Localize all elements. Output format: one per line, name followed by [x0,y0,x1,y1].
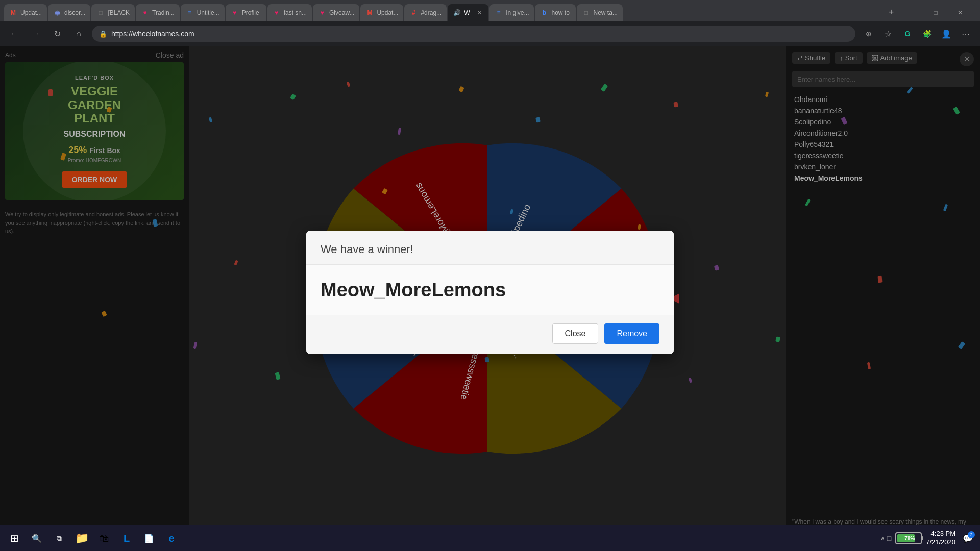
tab-label-untitled: Untitle... [197,9,219,16]
winner-name: Meow_MoreLemons [321,279,659,301]
tab-favicon-untitled: ≡ [186,9,194,16]
explorer-icon: 📁 [75,532,89,545]
tab-favicon-dragon: # [409,9,418,16]
grammarly-icon[interactable]: G [899,26,916,42]
tab-profile[interactable]: ♥ Profile [226,4,266,21]
tab-label-gmail2: Updat... [377,9,398,16]
profile-icon[interactable]: 👤 [938,26,954,42]
tab-label-gmail1: Updat... [20,9,42,16]
home-button[interactable]: ⌂ [70,26,87,42]
reload-button[interactable]: ↻ [49,26,65,42]
tab-favicon-giveaway: ♥ [318,9,326,16]
taskbar-edge[interactable]: e [161,528,182,548]
url-bar[interactable]: 🔒 https://wheelofnames.com [92,26,855,42]
tab-fastsnap[interactable]: ♥ fast sn... [267,4,312,21]
tab-untitled[interactable]: ≡ Untitle... [181,4,225,21]
tab-favicon-gmail2: M [365,9,374,16]
dialog-title: We have a winner! [321,243,659,256]
tab-favicon-discord: ◉ [53,9,61,16]
tab-favicon-howto: b [540,9,548,16]
tab-label-giveaway: Giveaw... [329,9,354,16]
tab-favicon-gmail1: M [9,9,17,16]
tab-favicon-black: □ [96,9,105,16]
dialog-footer: Close Remove [306,315,674,354]
address-bar: ← → ↻ ⌂ 🔒 https://wheelofnames.com ⊕ ☆ G… [0,21,980,46]
window-controls: — □ ✕ [899,4,976,21]
start-button[interactable]: ⊞ [4,528,24,548]
tab-favicon-fastsnap: ♥ [273,9,281,16]
up-arrow-icon[interactable]: ∧ [880,535,885,542]
notification-icon[interactable]: 💬 2 [960,530,976,546]
tab-favicon-ingive: ≡ [495,9,503,16]
tab-label-howto: how to [551,9,569,16]
tab-newta[interactable]: □ New ta... [577,4,622,21]
tab-giveaway[interactable]: ♥ Giveaw... [313,4,359,21]
tab-howto[interactable]: b how to [535,4,576,21]
taskbar-right: ∧ □ 78% 4:23 PM 7/21/2020 💬 2 [880,530,976,547]
taskbar-store[interactable]: 🛍 [94,528,114,548]
close-button[interactable]: ✕ [948,4,972,21]
tab-favicon-audio: 🔊 [453,9,461,16]
tab-favicon-trading: ♥ [141,9,149,16]
tab-favicon-profile: ♥ [231,9,239,16]
taskbar-stickynotes[interactable]: L [116,528,137,548]
screen-icon[interactable]: □ [887,534,891,542]
taskbar-taskview[interactable]: ⧉ [49,528,69,548]
extensions-icon[interactable]: 🧩 [919,26,935,42]
edge-icon: e [168,533,174,544]
tab-favicon-newta: □ [582,9,590,16]
taskbar-docs[interactable]: 📄 [139,528,159,548]
toolbar-icons: ⊕ ☆ G 🧩 👤 ⋯ [861,26,974,42]
new-tab-button[interactable]: + [884,5,898,19]
taskbar: ⊞ 🔍 ⧉ 📁 🛍 L 📄 e ∧ □ 78% 4:23 PM 7/21/202… [0,525,980,551]
add-tab-icon[interactable]: ⊕ [861,26,877,42]
forward-button[interactable]: → [28,26,44,42]
tab-label-dragon: #drag... [421,9,442,16]
time-block: 4:23 PM 7/21/2020 [926,530,955,547]
tab-label-black: [BLACK [108,9,130,16]
tab-label-discord: discor... [64,9,85,16]
taskbar-search[interactable]: 🔍 [27,528,47,548]
page-content: Ads Close ad LEAF'D BOX VEGGIE GARDEN PL… [0,46,980,551]
bookmark-icon[interactable]: ☆ [880,26,896,42]
minimize-button[interactable]: — [899,4,923,21]
tab-audio[interactable]: 🔊 W ✕ [448,4,488,21]
tab-bar: M Updat... ◉ discor... □ [BLACK ♥ Tradin… [0,0,980,21]
close-dialog-button[interactable]: Close [552,323,599,344]
security-icon: 🔒 [99,30,107,38]
tab-label-audio: W [464,9,470,16]
tab-label-fastsnap: fast sn... [284,9,307,16]
tab-label-newta: New ta... [593,9,617,16]
tab-discord[interactable]: ◉ discor... [48,4,90,21]
tab-close-active[interactable]: ✕ [475,9,483,17]
tab-gmail2[interactable]: M Updat... [360,4,403,21]
menu-icon[interactable]: ⋯ [958,26,974,42]
stickynotes-icon: L [124,533,130,544]
tab-label-trading: Tradin... [152,9,175,16]
taskbar-explorer[interactable]: 📁 [71,528,92,548]
dialog-winner-area: Meow_MoreLemons [306,265,674,315]
remove-button[interactable]: Remove [604,323,659,344]
back-button[interactable]: ← [6,26,22,42]
notification-badge: 2 [968,531,975,538]
start-icon: ⊞ [10,532,19,544]
browser-chrome: M Updat... ◉ discor... □ [BLACK ♥ Tradin… [0,0,980,46]
url-text: https://wheelofnames.com [111,30,848,38]
store-icon: 🛍 [99,533,109,544]
date-display: 7/21/2020 [926,538,955,547]
battery-indicator: 78% [895,532,922,544]
docs-icon: 📄 [144,534,154,543]
search-icon: 🔍 [32,534,42,543]
tab-black[interactable]: □ [BLACK [91,4,135,21]
tab-trading[interactable]: ♥ Tradin... [136,4,180,21]
taskview-icon: ⧉ [57,534,62,543]
dialog-header: We have a winner! [306,231,674,265]
tab-gmail1[interactable]: M Updat... [4,4,47,21]
time-display: 4:23 PM [926,530,955,538]
tab-ingive[interactable]: ≡ In give... [489,4,534,21]
tab-label-profile: Profile [242,9,259,16]
winner-dialog: We have a winner! Meow_MoreLemons Close … [306,231,674,354]
tab-dragon[interactable]: # #drag... [404,4,447,21]
maximize-button[interactable]: □ [924,4,947,21]
system-tray: ∧ □ [880,534,891,542]
